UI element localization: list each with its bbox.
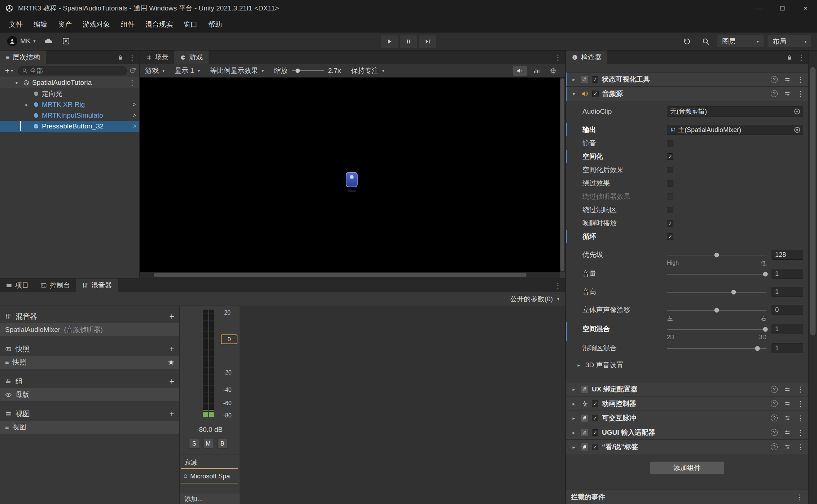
- object-picker-icon[interactable]: [794, 109, 800, 114]
- zoom-slider[interactable]: [292, 70, 324, 71]
- presets-icon[interactable]: [784, 400, 791, 407]
- component-menu-icon[interactable]: ⋮: [797, 415, 804, 422]
- gizmos-button[interactable]: [546, 66, 560, 76]
- component-state-visualizer[interactable]: ▸ # ✓ 状态可视化工具 ? ⋮: [566, 72, 808, 87]
- master-group-row[interactable]: 母版: [0, 388, 179, 401]
- spatial-blend-value-field[interactable]: 1: [772, 324, 803, 334]
- slider-handle[interactable]: [715, 308, 719, 312]
- help-icon[interactable]: ?: [771, 386, 778, 393]
- foldout-closed-icon[interactable]: ▸: [570, 415, 577, 421]
- step-button[interactable]: [419, 35, 436, 48]
- spatialize-checkbox[interactable]: ✓: [667, 153, 673, 160]
- slider-handle[interactable]: [755, 346, 760, 351]
- aspect-ratio-dropdown[interactable]: 等比例显示效果 ▾: [210, 66, 264, 75]
- snapshot-row[interactable]: ≡ 快照 ★: [0, 356, 179, 369]
- help-icon[interactable]: ?: [771, 415, 778, 421]
- menu-mixed-reality[interactable]: 混合现实: [140, 17, 178, 32]
- foldout-closed-icon[interactable]: ▸: [570, 76, 577, 82]
- component-enabled-checkbox[interactable]: ✓: [592, 91, 599, 97]
- create-object-button[interactable]: + ▾: [3, 66, 15, 75]
- tree-row-mrtk-input-simulator[interactable]: MRTKInputSimulato >: [0, 110, 139, 121]
- foldout-closed-icon[interactable]: ▸: [570, 430, 577, 435]
- priority-slider[interactable]: [667, 250, 766, 260]
- tab-audio-mixer[interactable]: 混音器: [76, 279, 118, 292]
- loop-checkbox[interactable]: ✓: [667, 233, 673, 240]
- presets-icon[interactable]: [784, 76, 791, 83]
- presets-icon[interactable]: [784, 443, 791, 450]
- component-enabled-checkbox[interactable]: ✓: [592, 400, 598, 407]
- hierarchy-search-input[interactable]: 全部: [18, 66, 127, 75]
- component-menu-icon[interactable]: ⋮: [797, 90, 804, 97]
- mute-button[interactable]: M: [203, 439, 213, 449]
- foldout-open-icon[interactable]: ▾: [570, 91, 577, 97]
- pick-object-icon[interactable]: [130, 67, 136, 74]
- scrollbar-thumb[interactable]: [154, 273, 527, 277]
- reverb-zone-mix-value-field[interactable]: 1: [772, 343, 803, 353]
- foldout-open-icon[interactable]: ▾: [13, 80, 20, 86]
- object-picker-icon[interactable]: [794, 127, 800, 133]
- events-menu-icon[interactable]: ⋮: [796, 494, 803, 501]
- pause-button[interactable]: [400, 35, 417, 48]
- presets-icon[interactable]: [784, 415, 791, 421]
- effect-slot[interactable]: Microsoft Spa: [180, 471, 240, 481]
- cloud-button[interactable]: [41, 35, 56, 47]
- game-vertical-scrollbar[interactable]: [560, 78, 565, 272]
- volume-slider[interactable]: [667, 269, 766, 279]
- play-on-awake-checkbox[interactable]: ✓: [667, 220, 673, 227]
- version-control-button[interactable]: [59, 35, 73, 47]
- reverb-zone-mix-slider[interactable]: [667, 343, 766, 353]
- search-button[interactable]: [699, 35, 713, 47]
- display-target-dropdown[interactable]: 显示 1 ▾: [175, 66, 200, 75]
- tree-row-pressable-button[interactable]: PressableButton_32 >: [0, 121, 139, 132]
- component-ux-binding-configurator[interactable]: ▸ # UX 绑定配置器 ? ⋮: [566, 382, 808, 396]
- attenuation-slot[interactable]: 衰减: [184, 458, 197, 467]
- tab-hierarchy[interactable]: ≡ 层次结构: [0, 51, 46, 64]
- volume-marker[interactable]: 0: [221, 334, 237, 344]
- focus-dropdown[interactable]: 保持专注 ▾: [351, 66, 384, 75]
- tab-console[interactable]: 控制台: [35, 279, 76, 292]
- component-enabled-checkbox[interactable]: ✓: [592, 76, 598, 83]
- help-icon[interactable]: ?: [771, 400, 778, 407]
- component-menu-icon[interactable]: ⋮: [797, 400, 804, 407]
- play-button[interactable]: [381, 35, 398, 48]
- layout-dropdown[interactable]: 布局 ▾: [768, 35, 811, 47]
- add-component-button[interactable]: 添加组件: [650, 461, 724, 474]
- lock-icon[interactable]: [786, 54, 792, 61]
- tab-inspector[interactable]: 检查器: [566, 51, 607, 64]
- game-panel-menu-icon[interactable]: ⋮: [554, 54, 562, 61]
- add-effect-button[interactable]: 添加...: [180, 494, 240, 504]
- inspector-scrollbar[interactable]: [809, 51, 817, 504]
- foldout-3d-sound-settings[interactable]: ▸ 3D 声音设置: [566, 358, 808, 372]
- default-snapshot-star-icon[interactable]: ★: [168, 358, 174, 367]
- component-see-it-say-it-label[interactable]: ▸ # ✓ “看/说”标签 ? ⋮: [566, 440, 808, 454]
- intercepted-events-header[interactable]: 拦截的事件 ⋮: [566, 490, 808, 504]
- component-audio-source[interactable]: ▾ ✓ 音频源 ? ⋮: [566, 87, 808, 101]
- component-animator[interactable]: ▸ ✓ 动画控制器 ? ⋮: [566, 396, 808, 411]
- presets-icon[interactable]: [784, 90, 791, 97]
- component-enabled-checkbox[interactable]: ✓: [592, 444, 598, 450]
- component-enabled-checkbox[interactable]: ✓: [592, 429, 598, 436]
- scene-menu-icon[interactable]: ⋮: [128, 79, 136, 86]
- effect-enabled-icon[interactable]: [184, 474, 187, 478]
- foldout-closed-icon[interactable]: ▸: [23, 102, 30, 108]
- slider-handle[interactable]: [763, 327, 768, 332]
- spatial-blend-slider[interactable]: [667, 324, 766, 334]
- bypass-reverb-checkbox[interactable]: ✓: [667, 207, 673, 213]
- component-menu-icon[interactable]: ⋮: [797, 386, 804, 393]
- menu-edit[interactable]: 编辑: [28, 17, 53, 32]
- tree-row-directional-light[interactable]: 定向光: [0, 88, 139, 99]
- stereo-pan-value-field[interactable]: 0: [772, 305, 803, 315]
- audioclip-field[interactable]: 无(音频剪辑): [667, 106, 803, 117]
- output-mixer-field[interactable]: 主(SpatialAudioMixer): [667, 125, 803, 135]
- tree-row-mrtk-xr-rig[interactable]: ▸ MRTK XR Rig >: [0, 99, 139, 110]
- priority-value-field[interactable]: 128: [772, 250, 803, 260]
- menu-component[interactable]: 组件: [115, 17, 140, 32]
- scrollbar-thumb[interactable]: [810, 67, 816, 336]
- pressable-button-visual[interactable]: [346, 172, 358, 187]
- component-menu-icon[interactable]: ⋮: [797, 429, 804, 436]
- bypass-effects-checkbox[interactable]: ✓: [667, 180, 673, 187]
- tab-scene[interactable]: 场景: [140, 51, 174, 64]
- scene-header-row[interactable]: ▾ SpatialAudioTutoria ⋮: [0, 77, 139, 88]
- scrollbar-thumb[interactable]: [560, 78, 564, 271]
- add-view-button[interactable]: +: [169, 409, 174, 418]
